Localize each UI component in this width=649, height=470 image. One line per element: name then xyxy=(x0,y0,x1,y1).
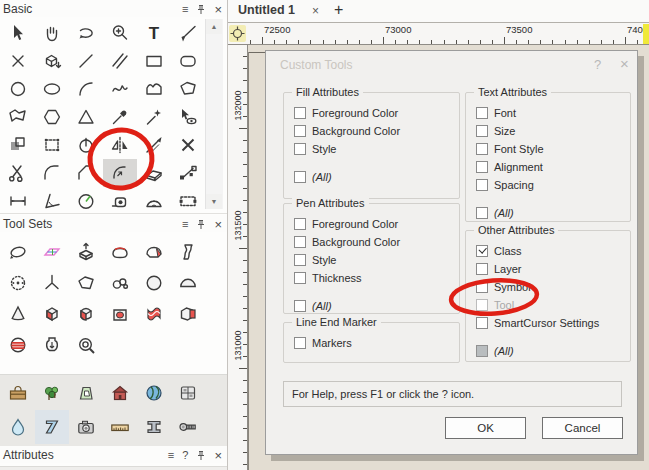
checkbox-icon[interactable] xyxy=(476,125,488,137)
checkbox-icon[interactable] xyxy=(476,107,488,119)
tool-dimension-tool[interactable] xyxy=(1,187,35,215)
checkbox-row-style[interactable]: Style xyxy=(294,140,459,158)
tool-rotate-object-tool[interactable] xyxy=(69,131,103,159)
tool-chamfer-tool[interactable] xyxy=(69,159,103,187)
tool-cone-tool[interactable] xyxy=(1,298,35,329)
close-icon[interactable]: × xyxy=(214,450,222,461)
checkbox-row-layer[interactable]: Layer xyxy=(476,260,630,278)
tool-select-similar-tool[interactable] xyxy=(171,103,205,131)
tool-shell-solid-tool[interactable] xyxy=(137,236,171,267)
checkbox-icon[interactable] xyxy=(476,317,488,329)
tab-close-icon[interactable]: × xyxy=(312,4,319,18)
checkbox-row-all[interactable]: (All) xyxy=(294,168,459,186)
tool-face-cube-tool[interactable] xyxy=(171,298,205,329)
dialog-close-icon[interactable]: × xyxy=(620,55,629,72)
tool-compass-tool[interactable] xyxy=(69,187,103,215)
tool-water-drop-category-icon[interactable] xyxy=(1,410,35,444)
tool-working-plane-tool[interactable] xyxy=(35,236,69,267)
tool-panel-category-icon[interactable] xyxy=(171,376,205,410)
tool-camera-category-icon[interactable] xyxy=(69,410,103,444)
menu-icon[interactable]: ≡ xyxy=(182,219,188,230)
scroll-up-button[interactable]: ▲ xyxy=(206,19,222,34)
tool-offset-tool[interactable] xyxy=(103,187,137,215)
pin-icon[interactable] xyxy=(196,219,206,230)
tool-ruler-category-icon[interactable] xyxy=(103,410,137,444)
tool-arc-tool[interactable] xyxy=(69,75,103,103)
tool-beam-category-icon[interactable] xyxy=(137,410,171,444)
tool-mesh-sphere-tool[interactable] xyxy=(1,329,35,360)
tool-nurbs-ribbon-tool[interactable] xyxy=(137,298,171,329)
checkbox-icon[interactable] xyxy=(294,107,306,119)
checkbox-row-all[interactable]: (All) xyxy=(294,297,459,315)
checkbox-icon[interactable] xyxy=(476,245,488,257)
checkbox-row-class[interactable]: Class xyxy=(476,242,630,260)
checkbox-row-foreground-color[interactable]: Foreground Color xyxy=(294,215,459,233)
tool-pan-tool[interactable] xyxy=(35,19,69,47)
checkbox-row-all[interactable]: (All) xyxy=(476,204,630,222)
checkbox-row-markers[interactable]: Markers xyxy=(294,334,459,352)
tool-hole-tool[interactable] xyxy=(103,298,137,329)
tool-line-arrow-tool[interactable] xyxy=(171,19,205,47)
ok-button[interactable]: OK xyxy=(445,417,526,439)
checkbox-row-alignment[interactable]: Alignment xyxy=(476,158,630,176)
tool-hemisphere-tool[interactable] xyxy=(171,267,205,298)
tool-eyedropper-tool[interactable] xyxy=(103,103,137,131)
tool-protractor-tool[interactable] xyxy=(137,187,171,215)
ruler-origin-corner[interactable] xyxy=(228,22,248,45)
tool-globe-category-icon[interactable] xyxy=(137,376,171,410)
tool-extrude-cube-tool[interactable] xyxy=(35,47,69,75)
tool-building-category-icon[interactable] xyxy=(103,376,137,410)
tool-trim-tool[interactable] xyxy=(1,159,35,187)
checkbox-row-background-color[interactable]: Background Color xyxy=(294,233,459,251)
dialog-help-icon[interactable]: ? xyxy=(594,57,601,72)
tool-distort-polygon-tool[interactable] xyxy=(1,103,35,131)
tool-double-line-tool[interactable] xyxy=(103,47,137,75)
checkbox-icon[interactable] xyxy=(294,254,306,266)
tool-mesh-select-tool[interactable] xyxy=(1,267,35,298)
tool-selection-tool[interactable] xyxy=(1,19,35,47)
tool-twist-tool[interactable] xyxy=(171,236,205,267)
tool-vase-extrude-tool[interactable] xyxy=(35,329,69,360)
checkbox-row-spacing[interactable]: Spacing xyxy=(476,176,630,194)
tool-landscape-category-icon[interactable] xyxy=(35,376,69,410)
checkbox-icon[interactable] xyxy=(476,263,488,275)
help-icon[interactable]: ? xyxy=(182,450,188,461)
tool-triangle-tool[interactable] xyxy=(69,103,103,131)
checkbox-icon[interactable] xyxy=(476,179,488,191)
scroll-down-button[interactable]: ▼ xyxy=(206,194,222,209)
tool-split-tool[interactable] xyxy=(137,131,171,159)
checkbox-row-all[interactable]: (All) xyxy=(476,342,630,360)
tool-rotate-3d-tool[interactable] xyxy=(1,236,35,267)
tool-freehand-tool[interactable] xyxy=(103,75,137,103)
menu-icon[interactable]: ≡ xyxy=(168,450,174,461)
tab-untitled-1[interactable]: Untitled 1 xyxy=(238,3,295,17)
checkbox-icon[interactable] xyxy=(476,345,488,357)
tool-rounded-cube-tool[interactable] xyxy=(69,298,103,329)
tool-spiral-tool[interactable] xyxy=(69,329,103,360)
tool-zoom-tool[interactable] xyxy=(103,19,137,47)
tool-rectangle-tool[interactable] xyxy=(137,47,171,75)
tool-resize-tool[interactable] xyxy=(171,187,205,215)
menu-icon[interactable]: ≡ xyxy=(182,4,188,15)
tool-loop-tool[interactable] xyxy=(103,267,137,298)
new-tab-icon[interactable]: + xyxy=(334,1,343,19)
tool-fillet-arc-tool[interactable] xyxy=(35,159,69,187)
tool-rotate-view-tool[interactable] xyxy=(69,19,103,47)
close-icon[interactable]: × xyxy=(214,219,222,230)
tool-flyover-tool[interactable] xyxy=(103,236,137,267)
tool-locus-tool[interactable] xyxy=(1,47,35,75)
pin-icon[interactable] xyxy=(196,450,206,461)
checkbox-icon[interactable] xyxy=(294,125,306,137)
checkbox-row-smartcursor-settings[interactable]: SmartCursor Settings xyxy=(476,314,630,332)
tool-connect-combine-tool[interactable] xyxy=(171,159,205,187)
tool-ellipse-tool[interactable] xyxy=(35,75,69,103)
basic-palette-scrollbar[interactable]: ▲ ▼ xyxy=(205,19,223,209)
checkbox-icon[interactable] xyxy=(294,236,306,248)
checkbox-icon[interactable] xyxy=(294,337,306,349)
tool-mirror-tool[interactable] xyxy=(103,131,137,159)
checkbox-row-symbol[interactable]: Symbol xyxy=(476,278,630,296)
tool-fastener-category-icon[interactable] xyxy=(171,410,205,444)
tool-shear-tool[interactable] xyxy=(137,159,171,187)
tool-circle-tool[interactable] xyxy=(1,75,35,103)
checkbox-icon[interactable] xyxy=(294,300,306,312)
